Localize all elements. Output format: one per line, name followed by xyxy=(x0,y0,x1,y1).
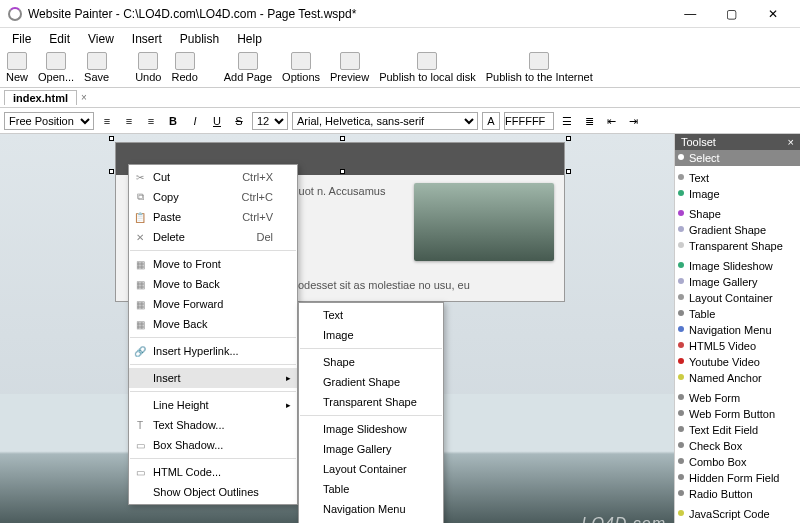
strike-button[interactable]: S xyxy=(230,112,248,130)
ctx-html-code-[interactable]: ▭HTML Code... xyxy=(129,462,297,482)
font-family-select[interactable]: Arial, Helvetica, sans-serif xyxy=(292,112,478,130)
font-size-select[interactable]: 12 xyxy=(252,112,288,130)
ctx-move-forward-icon: ▦ xyxy=(133,299,147,310)
ctx-move-back-icon: ▦ xyxy=(133,319,147,330)
tool-navigation-menu[interactable]: Navigation Menu xyxy=(675,322,800,338)
toolbar-save[interactable]: Save xyxy=(84,52,109,83)
tool-html-video[interactable]: HTML5 Video xyxy=(675,338,800,354)
toolbar-options[interactable]: Options xyxy=(282,52,320,83)
tool-image-slideshow-icon xyxy=(678,262,684,268)
app-icon xyxy=(8,7,22,21)
menu-edit[interactable]: Edit xyxy=(41,30,78,48)
insert-table[interactable]: Table xyxy=(299,479,443,499)
tool-text[interactable]: Text xyxy=(675,170,800,186)
position-mode-select[interactable]: Free Position xyxy=(4,112,94,130)
list-ol-button[interactable]: ≣ xyxy=(580,112,598,130)
toolbar-undo[interactable]: Undo xyxy=(135,52,161,83)
ctx-text-shadow-[interactable]: TText Shadow... xyxy=(129,415,297,435)
tool-select[interactable]: Select xyxy=(675,150,800,166)
ctx-delete[interactable]: ✕DeleteDel xyxy=(129,227,297,247)
ctx-insert[interactable]: Insert▸ xyxy=(129,368,297,388)
insert-text[interactable]: Text xyxy=(299,305,443,325)
tool-gradient-shape[interactable]: Gradient Shape xyxy=(675,222,800,238)
design-canvas[interactable]: us mea no, solet urei mei et, hinc quot … xyxy=(0,134,674,523)
tool-web-form[interactable]: Web Form xyxy=(675,390,800,406)
insert-navigation-menu[interactable]: Navigation Menu xyxy=(299,499,443,519)
ctx-cut[interactable]: ✂CutCtrl+X xyxy=(129,167,297,187)
toolbar-publish-to-local-disk[interactable]: Publish to local disk xyxy=(379,52,476,83)
ctx-paste[interactable]: 📋PasteCtrl+V xyxy=(129,207,297,227)
insert-transparent-shape[interactable]: Transparent Shape xyxy=(299,392,443,412)
insert-image-slideshow[interactable]: Image Slideshow xyxy=(299,419,443,439)
menu-view[interactable]: View xyxy=(80,30,122,48)
tool-combo-box[interactable]: Combo Box xyxy=(675,454,800,470)
tool-table-icon xyxy=(678,310,684,316)
toolbar-publish-to-the-internet[interactable]: Publish to the Internet xyxy=(486,52,593,83)
align-left-button[interactable]: ≡ xyxy=(98,112,116,130)
align-center-button[interactable]: ≡ xyxy=(120,112,138,130)
font-color-button[interactable]: A xyxy=(482,112,500,130)
menu-file[interactable]: File xyxy=(4,30,39,48)
insert-html-video[interactable]: HTML5 Video xyxy=(299,519,443,523)
tool-check-box[interactable]: Check Box xyxy=(675,438,800,454)
insert-shape[interactable]: Shape xyxy=(299,352,443,372)
bold-button[interactable]: B xyxy=(164,112,182,130)
tab-index[interactable]: index.html xyxy=(4,90,77,105)
menu-help[interactable]: Help xyxy=(229,30,270,48)
outdent-button[interactable]: ⇤ xyxy=(602,112,620,130)
toolbar-preview[interactable]: Preview xyxy=(330,52,369,83)
card-image[interactable] xyxy=(414,183,554,261)
ctx-box-shadow-[interactable]: ▭Box Shadow... xyxy=(129,435,297,455)
insert-image[interactable]: Image xyxy=(299,325,443,345)
italic-button[interactable]: I xyxy=(186,112,204,130)
main-toolbar: NewOpen...SaveUndoRedoAdd PageOptionsPre… xyxy=(0,50,800,88)
tool-radio-button-icon xyxy=(678,490,684,496)
ctx-html-code--icon: ▭ xyxy=(133,467,147,478)
tab-close-button[interactable]: × xyxy=(81,92,87,103)
ctx-move-forward[interactable]: ▦Move Forward xyxy=(129,294,297,314)
toolbar-add-page[interactable]: Add Page xyxy=(224,52,272,83)
toolset-close-icon[interactable]: × xyxy=(788,136,794,148)
ctx-insert-hyperlink-[interactable]: 🔗Insert Hyperlink... xyxy=(129,341,297,361)
ctx-move-to-front[interactable]: ▦Move to Front xyxy=(129,254,297,274)
ctx-move-to-back[interactable]: ▦Move to Back xyxy=(129,274,297,294)
tool-hidden-form-field-icon xyxy=(678,474,684,480)
tool-transparent-shape[interactable]: Transparent Shape xyxy=(675,238,800,254)
tool-javascript-code[interactable]: JavaScript Code xyxy=(675,506,800,522)
insert-image-gallery[interactable]: Image Gallery xyxy=(299,439,443,459)
insert-layout-container[interactable]: Layout Container xyxy=(299,459,443,479)
color-hex-input[interactable] xyxy=(504,112,554,130)
menu-insert[interactable]: Insert xyxy=(124,30,170,48)
close-button[interactable]: ✕ xyxy=(754,7,792,21)
toolbar-redo[interactable]: Redo xyxy=(171,52,197,83)
toolbar-options-icon xyxy=(291,52,311,70)
ctx-line-height[interactable]: Line Height▸ xyxy=(129,395,297,415)
minimize-button[interactable]: — xyxy=(671,7,709,21)
tool-image[interactable]: Image xyxy=(675,186,800,202)
tool-text-edit-field[interactable]: Text Edit Field xyxy=(675,422,800,438)
ctx-move-back[interactable]: ▦Move Back xyxy=(129,314,297,334)
tool-shape[interactable]: Shape xyxy=(675,206,800,222)
tool-hidden-form-field[interactable]: Hidden Form Field xyxy=(675,470,800,486)
toolbar-new[interactable]: New xyxy=(6,52,28,83)
underline-button[interactable]: U xyxy=(208,112,226,130)
align-right-button[interactable]: ≡ xyxy=(142,112,160,130)
indent-button[interactable]: ⇥ xyxy=(624,112,642,130)
insert-gradient-shape[interactable]: Gradient Shape xyxy=(299,372,443,392)
menu-publish[interactable]: Publish xyxy=(172,30,227,48)
tool-youtube-video[interactable]: Youtube Video xyxy=(675,354,800,370)
tool-image-slideshow[interactable]: Image Slideshow xyxy=(675,258,800,274)
ctx-copy[interactable]: ⧉CopyCtrl+C xyxy=(129,187,297,207)
ctx-show-object-outlines[interactable]: Show Object Outlines xyxy=(129,482,297,502)
tool-layout-container[interactable]: Layout Container xyxy=(675,290,800,306)
tool-named-anchor-icon xyxy=(678,374,684,380)
tool-image-gallery[interactable]: Image Gallery xyxy=(675,274,800,290)
tool-named-anchor[interactable]: Named Anchor xyxy=(675,370,800,386)
maximize-button[interactable]: ▢ xyxy=(713,7,751,21)
list-ul-button[interactable]: ☰ xyxy=(558,112,576,130)
tool-radio-button[interactable]: Radio Button xyxy=(675,486,800,502)
tool-layout-container-icon xyxy=(678,294,684,300)
tool-web-form-button[interactable]: Web Form Button xyxy=(675,406,800,422)
tool-table[interactable]: Table xyxy=(675,306,800,322)
toolbar-open-[interactable]: Open... xyxy=(38,52,74,83)
